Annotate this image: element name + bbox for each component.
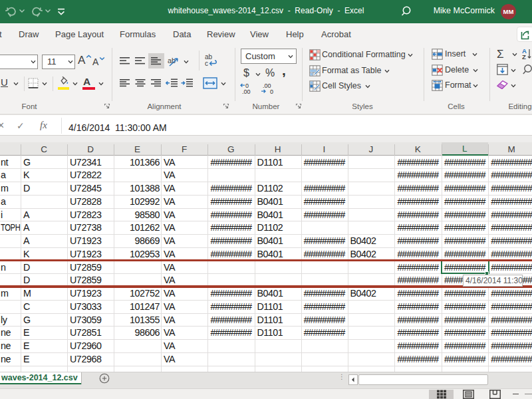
svg-text:c: c — [205, 60, 208, 67]
svg-text:Z: Z — [522, 53, 526, 60]
svg-text:.00: .00 — [242, 88, 251, 94]
svg-text:0: 0 — [270, 88, 273, 94]
